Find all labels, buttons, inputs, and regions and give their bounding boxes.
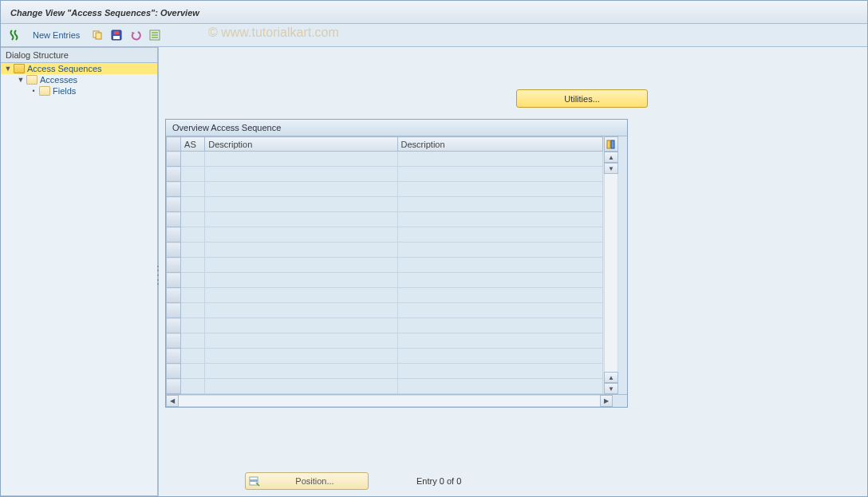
table-cell[interactable] bbox=[181, 303, 205, 318]
table-row[interactable] bbox=[167, 258, 603, 273]
table-cell[interactable] bbox=[181, 364, 205, 379]
row-handle[interactable] bbox=[167, 379, 181, 394]
table-cell[interactable] bbox=[181, 273, 205, 288]
undo-icon[interactable] bbox=[128, 27, 144, 43]
table-row[interactable] bbox=[167, 243, 603, 258]
table-cell[interactable] bbox=[181, 379, 205, 394]
table-cell[interactable] bbox=[397, 197, 602, 212]
table-cell[interactable] bbox=[205, 243, 397, 258]
table-cell[interactable] bbox=[205, 364, 397, 379]
table-cell[interactable] bbox=[397, 349, 602, 364]
table-cell[interactable] bbox=[397, 167, 602, 182]
select-all-icon[interactable] bbox=[147, 27, 163, 43]
hscroll-left-button[interactable]: ◀ bbox=[166, 395, 179, 407]
row-select-header[interactable] bbox=[167, 137, 181, 152]
table-row[interactable] bbox=[167, 212, 603, 227]
table-cell[interactable] bbox=[205, 318, 397, 333]
table-row[interactable] bbox=[167, 227, 603, 243]
toggle-icon[interactable] bbox=[7, 27, 23, 43]
table-cell[interactable] bbox=[397, 364, 602, 379]
row-handle[interactable] bbox=[167, 167, 181, 182]
table-config-icon[interactable] bbox=[604, 136, 618, 152]
table-cell[interactable] bbox=[181, 333, 205, 349]
table-cell[interactable] bbox=[205, 152, 397, 167]
table-cell[interactable] bbox=[397, 379, 602, 394]
table-cell[interactable] bbox=[181, 227, 205, 243]
tree-toggle-icon[interactable]: ▼ bbox=[4, 65, 12, 73]
table-cell[interactable] bbox=[397, 318, 602, 333]
table-row[interactable] bbox=[167, 364, 603, 379]
table-cell[interactable] bbox=[181, 318, 205, 333]
table-row[interactable] bbox=[167, 197, 603, 212]
hscroll-track[interactable] bbox=[179, 395, 600, 407]
scroll-up-button-bottom[interactable]: ▲ bbox=[604, 372, 618, 383]
table-row[interactable] bbox=[167, 288, 603, 303]
row-handle[interactable] bbox=[167, 349, 181, 364]
row-handle[interactable] bbox=[167, 227, 181, 243]
table-cell[interactable] bbox=[181, 349, 205, 364]
row-handle[interactable] bbox=[167, 152, 181, 167]
table-cell[interactable] bbox=[181, 258, 205, 273]
tree-node-accesses[interactable]: ▼ Accesses bbox=[1, 74, 157, 85]
table-cell[interactable] bbox=[205, 349, 397, 364]
table-cell[interactable] bbox=[205, 333, 397, 349]
table-cell[interactable] bbox=[397, 182, 602, 197]
table-cell[interactable] bbox=[397, 243, 602, 258]
row-handle[interactable] bbox=[167, 212, 181, 227]
col-description1[interactable]: Description bbox=[205, 137, 397, 152]
table-cell[interactable] bbox=[205, 227, 397, 243]
table-cell[interactable] bbox=[397, 227, 602, 243]
table-cell[interactable] bbox=[181, 212, 205, 227]
table-row[interactable] bbox=[167, 273, 603, 288]
row-handle[interactable] bbox=[167, 318, 181, 333]
tree-toggle-icon[interactable]: ▼ bbox=[17, 76, 25, 84]
vscroll-track[interactable] bbox=[604, 174, 618, 372]
table-row[interactable] bbox=[167, 182, 603, 197]
col-description2[interactable]: Description bbox=[397, 137, 602, 152]
table-cell[interactable] bbox=[205, 197, 397, 212]
table-cell[interactable] bbox=[205, 273, 397, 288]
table-cell[interactable] bbox=[397, 273, 602, 288]
hscroll-right-button[interactable]: ▶ bbox=[600, 395, 613, 407]
table-cell[interactable] bbox=[181, 288, 205, 303]
copy-icon[interactable] bbox=[89, 27, 105, 43]
table-cell[interactable] bbox=[205, 288, 397, 303]
table-cell[interactable] bbox=[397, 212, 602, 227]
table-cell[interactable] bbox=[397, 288, 602, 303]
table-cell[interactable] bbox=[181, 243, 205, 258]
resize-handle[interactable] bbox=[156, 264, 160, 286]
table-cell[interactable] bbox=[205, 167, 397, 182]
table-cell[interactable] bbox=[205, 303, 397, 318]
table-cell[interactable] bbox=[205, 182, 397, 197]
row-handle[interactable] bbox=[167, 243, 181, 258]
scroll-down-button-bottom[interactable]: ▼ bbox=[604, 383, 618, 394]
position-button[interactable]: Position... bbox=[245, 472, 369, 490]
table-cell[interactable] bbox=[397, 333, 602, 349]
tree-node-access-sequences[interactable]: ▼ Access Sequences bbox=[1, 63, 157, 74]
table-row[interactable] bbox=[167, 379, 603, 394]
row-handle[interactable] bbox=[167, 333, 181, 349]
scroll-down-button[interactable]: ▼ bbox=[604, 163, 618, 174]
table-cell[interactable] bbox=[181, 182, 205, 197]
table-cell[interactable] bbox=[181, 167, 205, 182]
table-cell[interactable] bbox=[397, 303, 602, 318]
table-row[interactable] bbox=[167, 167, 603, 182]
tree-node-fields[interactable]: • Fields bbox=[1, 85, 157, 97]
table-row[interactable] bbox=[167, 349, 603, 364]
table-row[interactable] bbox=[167, 318, 603, 333]
utilities-button[interactable]: Utilities... bbox=[516, 89, 648, 108]
scroll-up-button[interactable]: ▲ bbox=[604, 152, 618, 163]
table-cell[interactable] bbox=[181, 197, 205, 212]
row-handle[interactable] bbox=[167, 197, 181, 212]
row-handle[interactable] bbox=[167, 364, 181, 379]
row-handle[interactable] bbox=[167, 288, 181, 303]
new-entries-button[interactable]: New Entries bbox=[26, 29, 86, 41]
row-handle[interactable] bbox=[167, 258, 181, 273]
table-cell[interactable] bbox=[205, 212, 397, 227]
table-row[interactable] bbox=[167, 152, 603, 167]
save-icon[interactable] bbox=[108, 27, 124, 43]
table-row[interactable] bbox=[167, 303, 603, 318]
table-cell[interactable] bbox=[397, 258, 602, 273]
table-row[interactable] bbox=[167, 333, 603, 349]
table-cell[interactable] bbox=[181, 152, 205, 167]
